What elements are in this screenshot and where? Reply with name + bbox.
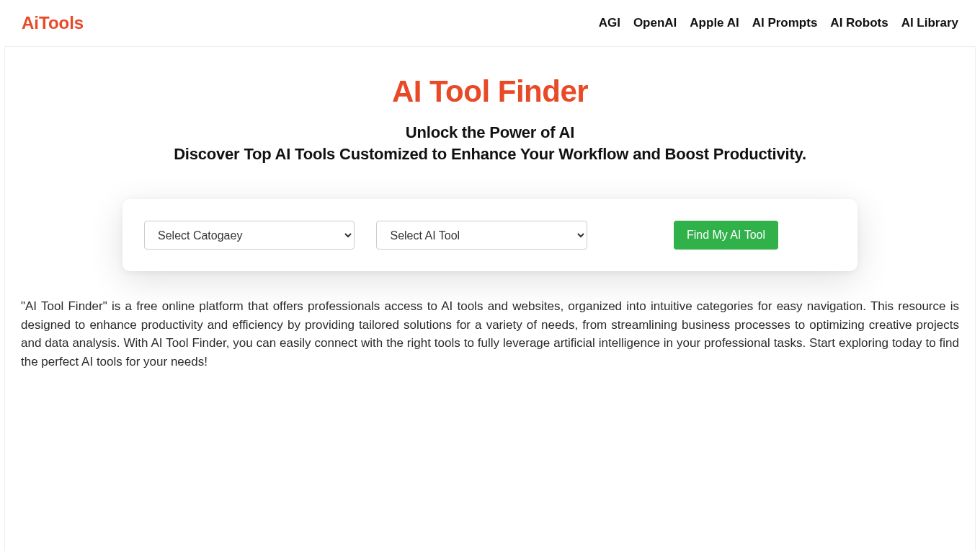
search-card: Select Catogaey Select AI Tool Find My A… xyxy=(122,199,858,271)
tool-select[interactable]: Select AI Tool xyxy=(376,221,587,250)
page-subtitle: Unlock the Power of AI Discover Top AI T… xyxy=(5,122,975,164)
nav-link-agi[interactable]: AGI xyxy=(599,16,620,30)
main-nav: AGI OpenAI Apple AI AI Prompts AI Robots… xyxy=(599,16,958,30)
header: AiTools AGI OpenAI Apple AI AI Prompts A… xyxy=(0,0,980,46)
nav-link-ai-library[interactable]: AI Library xyxy=(901,16,958,30)
tool-select-wrap: Select AI Tool xyxy=(376,221,587,250)
find-button[interactable]: Find My AI Tool xyxy=(674,221,778,250)
nav-link-apple-ai[interactable]: Apple AI xyxy=(690,16,739,30)
nav-link-ai-robots[interactable]: AI Robots xyxy=(830,16,888,30)
nav-link-ai-prompts[interactable]: AI Prompts xyxy=(752,16,818,30)
page-title: AI Tool Finder xyxy=(5,74,975,109)
nav-link-openai[interactable]: OpenAI xyxy=(633,16,677,30)
subtitle-line-2: Discover Top AI Tools Customized to Enha… xyxy=(5,144,975,165)
category-select[interactable]: Select Catogaey xyxy=(144,221,355,250)
category-select-wrap: Select Catogaey xyxy=(144,221,355,250)
main-content: AI Tool Finder Unlock the Power of AI Di… xyxy=(4,46,976,551)
description-paragraph: "AI Tool Finder" is a free online platfo… xyxy=(21,297,959,371)
site-logo[interactable]: AiTools xyxy=(22,13,84,33)
subtitle-line-1: Unlock the Power of AI xyxy=(5,122,975,144)
